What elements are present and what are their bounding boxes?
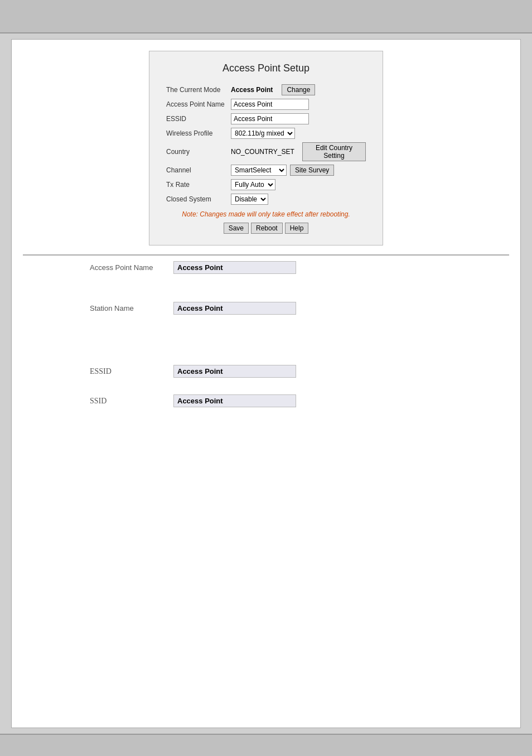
info-station-name-label: Station Name xyxy=(90,304,162,312)
channel-select[interactable]: SmartSelect 1 6 11 xyxy=(231,165,287,176)
help-button[interactable]: Help xyxy=(285,223,309,234)
info-station-name-input[interactable] xyxy=(173,302,296,315)
country-row: Country NO_COUNTRY_SET Edit Country Sett… xyxy=(166,142,366,161)
current-mode-row: The Current Mode Access Point Change xyxy=(166,84,366,95)
essid-label: ESSID xyxy=(166,115,228,123)
info-ssid-label: SSID xyxy=(90,397,162,406)
tx-rate-row: Tx Rate Fully Auto 1 Mbps 2 Mbps 5.5 Mbp… xyxy=(166,179,366,190)
save-button[interactable]: Save xyxy=(224,223,249,234)
spacer-2 xyxy=(23,320,509,343)
info-ap-name-input[interactable] xyxy=(173,261,296,274)
ap-name-label: Access Point Name xyxy=(166,100,228,108)
info-ap-name-row: Access Point Name xyxy=(23,261,509,274)
current-mode-label: The Current Mode xyxy=(166,86,228,94)
info-essid-row: ESSID xyxy=(23,365,509,378)
country-label: Country xyxy=(166,148,228,156)
spacer-1 xyxy=(23,280,509,302)
essid-input[interactable] xyxy=(231,113,309,124)
ap-name-input[interactable] xyxy=(231,99,309,110)
main-content: Access Point Setup The Current Mode Acce… xyxy=(11,39,521,728)
tx-rate-select[interactable]: Fully Auto 1 Mbps 2 Mbps 5.5 Mbps 11 Mbp… xyxy=(231,179,275,190)
setup-panel: Access Point Setup The Current Mode Acce… xyxy=(149,51,383,245)
wireless-profile-select[interactable]: 802.11b/g mixed 802.11b only 802.11g onl… xyxy=(231,128,295,139)
change-button[interactable]: Change xyxy=(282,84,315,95)
info-essid-input[interactable] xyxy=(173,365,296,378)
wireless-profile-label: Wireless Profile xyxy=(166,129,228,137)
spacer-4 xyxy=(23,383,509,394)
closed-system-select[interactable]: Disable Enable xyxy=(231,194,268,205)
closed-system-label: Closed System xyxy=(166,195,228,203)
info-ssid-input[interactable] xyxy=(173,394,296,407)
top-bar xyxy=(0,0,532,33)
essid-row: ESSID xyxy=(166,113,366,124)
setup-title: Access Point Setup xyxy=(166,62,366,74)
info-ssid-row: SSID xyxy=(23,394,509,407)
ap-name-row: Access Point Name xyxy=(166,99,366,110)
page-wrapper: Access Point Setup The Current Mode Acce… xyxy=(0,0,532,756)
info-essid-label: ESSID xyxy=(90,367,162,376)
wireless-profile-row: Wireless Profile 802.11b/g mixed 802.11b… xyxy=(166,128,366,139)
site-survey-button[interactable]: Site Survey xyxy=(290,165,334,176)
bottom-bar xyxy=(0,734,532,756)
action-buttons: Save Reboot Help xyxy=(166,223,366,234)
current-mode-value: Access Point xyxy=(231,86,273,94)
info-station-name-row: Station Name xyxy=(23,302,509,315)
spacer-5 xyxy=(23,413,509,435)
reboot-button[interactable]: Reboot xyxy=(251,223,283,234)
channel-label: Channel xyxy=(166,166,228,174)
note-text: Note: Changes made will only take effect… xyxy=(166,210,366,218)
info-panel: Access Point Name Station Name ESSID SSI… xyxy=(23,256,509,441)
edit-country-button[interactable]: Edit Country Setting xyxy=(302,142,366,161)
tx-rate-label: Tx Rate xyxy=(166,181,228,189)
info-ap-name-label: Access Point Name xyxy=(90,263,162,272)
closed-system-row: Closed System Disable Enable xyxy=(166,194,366,205)
channel-row: Channel SmartSelect 1 6 11 Site Survey xyxy=(166,165,366,176)
country-value: NO_COUNTRY_SET xyxy=(231,148,294,156)
spacer-3 xyxy=(23,343,509,365)
